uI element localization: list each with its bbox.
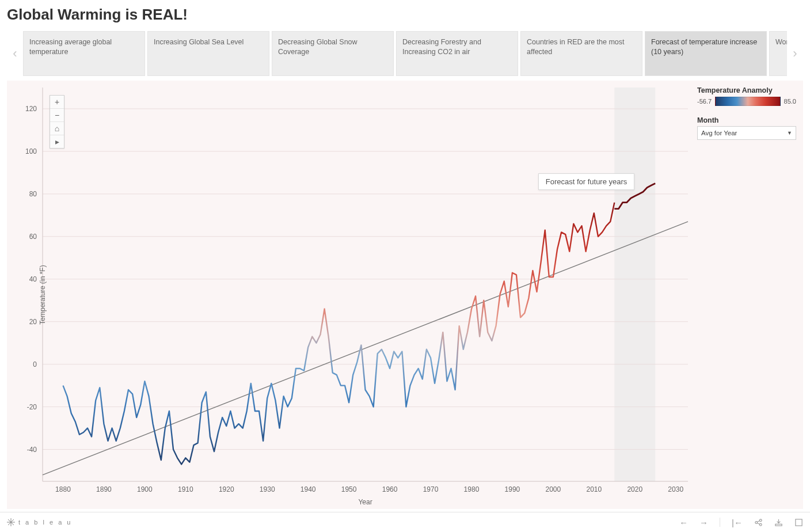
svg-line-46 xyxy=(757,520,759,522)
svg-text:20: 20 xyxy=(29,318,37,326)
svg-text:1920: 1920 xyxy=(219,485,234,493)
svg-rect-50 xyxy=(796,519,802,525)
svg-text:2020: 2020 xyxy=(627,485,642,493)
chevron-down-icon: ▼ xyxy=(787,130,792,136)
story-prev-button[interactable]: ‹ xyxy=(7,31,23,76)
svg-text:1900: 1900 xyxy=(137,485,153,493)
svg-text:40: 40 xyxy=(29,275,37,283)
month-filter-label: Month xyxy=(696,113,797,126)
svg-text:1930: 1930 xyxy=(260,485,275,493)
story-tabs: Increasing average global temperatureInc… xyxy=(23,31,787,76)
fullscreen-button[interactable] xyxy=(794,518,803,527)
svg-text:0: 0 xyxy=(33,360,37,368)
zoom-home-button[interactable]: ⌂ xyxy=(50,122,64,135)
share-button[interactable] xyxy=(754,518,763,527)
tableau-logo-text: t a b l e a u xyxy=(18,519,72,526)
legend-title: Temperature Anamoly xyxy=(696,83,797,97)
svg-text:100: 100 xyxy=(25,147,37,155)
svg-line-47 xyxy=(757,523,759,524)
reset-button[interactable]: |← xyxy=(732,518,743,527)
svg-line-38 xyxy=(43,222,688,475)
tableau-logo[interactable]: t a b l e a u xyxy=(7,518,72,526)
svg-text:-40: -40 xyxy=(27,446,37,454)
svg-point-45 xyxy=(759,523,762,526)
story-tab-2[interactable]: Decreasing Global Snow Coverage xyxy=(272,31,394,76)
legend-panel: Temperature Anamoly -56.7 85.0 Month Avg… xyxy=(696,83,797,140)
story-tab-4[interactable]: Countries in RED are the most affected xyxy=(520,31,642,76)
legend-gradient[interactable] xyxy=(715,97,781,106)
svg-point-44 xyxy=(759,519,762,521)
story-nav: ‹ Increasing average global temperatureI… xyxy=(7,31,803,76)
svg-rect-48 xyxy=(775,524,782,526)
svg-text:1990: 1990 xyxy=(505,485,520,493)
svg-text:1950: 1950 xyxy=(341,485,357,493)
zoom-in-button[interactable]: + xyxy=(50,96,64,109)
y-axis-label: Temperature (in *F) xyxy=(39,265,47,324)
chart-panel: -40-200204060801001201880189019001910192… xyxy=(7,81,803,509)
svg-text:-20: -20 xyxy=(27,403,37,411)
story-tab-6[interactable]: Wordcloud of tweets related to Global Wa… xyxy=(769,31,787,76)
svg-text:1980: 1980 xyxy=(464,485,480,493)
svg-text:80: 80 xyxy=(29,190,37,198)
story-tab-3[interactable]: Decreasing Forestry and Increasing CO2 i… xyxy=(396,31,518,76)
svg-rect-0 xyxy=(614,88,655,481)
story-tab-0[interactable]: Increasing average global temperature xyxy=(23,31,145,76)
download-button[interactable] xyxy=(774,518,783,527)
svg-text:1890: 1890 xyxy=(96,485,112,493)
svg-text:1880: 1880 xyxy=(55,485,71,493)
svg-text:120: 120 xyxy=(25,105,37,113)
svg-text:60: 60 xyxy=(29,233,37,241)
zoom-out-button[interactable]: − xyxy=(50,109,64,122)
tableau-logo-icon xyxy=(7,518,15,526)
month-filter-select[interactable]: Avg for Year ▼ xyxy=(697,126,796,140)
redo-button[interactable]: → xyxy=(699,518,708,527)
svg-text:2000: 2000 xyxy=(546,485,561,493)
story-tab-1[interactable]: Increasing Global Sea Level xyxy=(147,31,269,76)
undo-button[interactable]: ← xyxy=(679,518,688,527)
legend-gradient-row: -56.7 85.0 xyxy=(696,97,797,113)
svg-text:2030: 2030 xyxy=(668,485,683,493)
footer-toolbar: t a b l e a u ← → |← xyxy=(0,512,810,532)
svg-text:Year: Year xyxy=(358,498,372,506)
page-title: Global Warming is REAL! xyxy=(7,6,188,24)
line-chart[interactable]: -40-200204060801001201880189019001910192… xyxy=(7,81,803,509)
legend-min: -56.7 xyxy=(697,98,712,105)
svg-text:1970: 1970 xyxy=(423,485,439,493)
forecast-annotation: Forecast for future years xyxy=(538,173,635,190)
month-filter-value: Avg for Year xyxy=(701,130,737,136)
svg-point-43 xyxy=(755,521,758,523)
dashboard-root: Global Warming is REAL! ‹ Increasing ave… xyxy=(0,0,810,532)
svg-text:1960: 1960 xyxy=(382,485,398,493)
map-controls: + − ⌂ ▸ xyxy=(50,95,64,149)
zoom-tools-button[interactable]: ▸ xyxy=(50,135,64,148)
svg-text:2010: 2010 xyxy=(586,485,602,493)
story-next-button[interactable]: › xyxy=(787,31,803,76)
legend-max: 85.0 xyxy=(784,98,796,105)
story-tab-5[interactable]: Forecast of temperature increase (10 yea… xyxy=(645,31,767,76)
svg-text:1910: 1910 xyxy=(178,485,193,493)
footer-icons: ← → |← xyxy=(679,518,803,527)
svg-text:1940: 1940 xyxy=(301,485,316,493)
